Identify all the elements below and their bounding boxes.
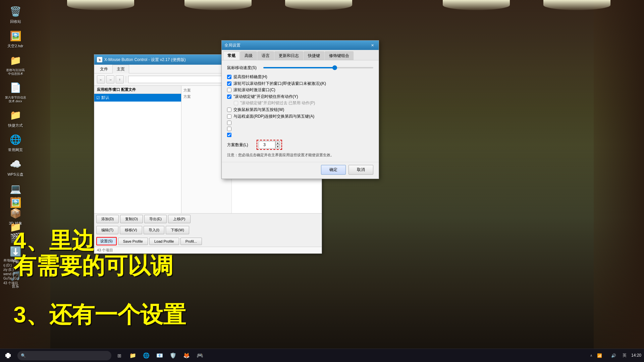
app-icon: 🖱: [97, 57, 102, 62]
dialog-tab-advanced[interactable]: 高级: [240, 51, 257, 60]
desktop-icon-learn[interactable]: 📁 道德与法治/高中信息技术: [3, 52, 28, 77]
nav-back-button[interactable]: ←: [97, 75, 105, 83]
spin-down-button[interactable]: ▼: [275, 145, 280, 148]
swap-45-label[interactable]: 交换鼠标第四与第五按钮(W): [233, 107, 284, 113]
pics-label: 图片: [12, 210, 19, 215]
load-profile-button[interactable]: Load Profile: [149, 238, 179, 245]
ceiling-light-5: [543, 0, 610, 10]
desktop-icon-docx[interactable]: 📄 第六章节目信息技术.docx: [3, 80, 28, 105]
recycle-icon: 🗑️: [9, 5, 22, 18]
search-icon: 🔍: [21, 353, 26, 358]
input-lang-button[interactable]: 英: [621, 353, 628, 358]
dialog-title: 全局设置: [224, 43, 369, 48]
checkbox-9-input[interactable]: [227, 127, 231, 131]
slider-thumb[interactable]: [332, 65, 337, 70]
file-item-default[interactable]: ☑ 默认: [94, 94, 181, 102]
start-button[interactable]: [0, 349, 16, 362]
cancel-button[interactable]: 取消: [348, 165, 373, 175]
precision-checkbox[interactable]: [227, 75, 231, 79]
ceiling-light-1: [67, 0, 134, 10]
down-button[interactable]: 下移(W): [166, 226, 189, 234]
dialog-tab-shortcuts[interactable]: 快捷键: [304, 51, 324, 60]
copy-button[interactable]: 复制(O): [120, 215, 143, 223]
pics-icon: 🖼️: [9, 196, 22, 209]
item-count: 43 个项目: [3, 281, 19, 286]
settings-dialog: 全局设置 ✕ 常规 高级 语言 更新和日志 快捷键 修饰键组合 鼠标移动速度(S…: [221, 40, 379, 179]
ceiling-light-4: [443, 0, 510, 10]
move-button[interactable]: 移移(V): [120, 226, 142, 234]
checkbox-swap-45: 交换鼠标第四与第五按钮(W): [227, 107, 373, 113]
taskbar-mail-button[interactable]: 📧: [153, 349, 166, 362]
sound-button[interactable]: 🔊: [607, 349, 621, 362]
network-button[interactable]: 📶: [593, 349, 606, 362]
dialog-titlebar[interactable]: 全局设置 ✕: [222, 41, 379, 50]
export-button[interactable]: 导出(E): [144, 215, 167, 223]
taskbar-defender-button[interactable]: 🛡️: [166, 349, 180, 362]
nav-up-button[interactable]: ↑: [116, 75, 124, 83]
profiles-count-box: ▲ ▼: [257, 140, 282, 150]
settings-button[interactable]: 设置(S): [96, 237, 117, 245]
taskbar-right: ∧ 📶 🔊 英 14:20: [588, 349, 644, 362]
desktop-icon-common-web[interactable]: 🌐 常用网页: [3, 132, 28, 154]
nav-forward-button[interactable]: →: [106, 75, 114, 83]
rdp-45-label[interactable]: 与远程桌面(RDP)连接时交换第四与第五键(A): [233, 114, 314, 119]
slider-container[interactable]: [263, 64, 373, 71]
bottom-buttons-row3: 设置(S) Save Profile Load Profile Profil..…: [94, 236, 322, 247]
edit-button[interactable]: 编辑(T): [96, 226, 118, 234]
checkbox-10-input[interactable]: [227, 133, 231, 137]
clock-time: 14:20: [631, 353, 641, 358]
precision-label[interactable]: 提高指针精确度(H): [233, 74, 267, 80]
desktop-icon-pics[interactable]: 🖼️ 图片: [3, 194, 28, 216]
dialog-tab-general[interactable]: 常规: [223, 51, 240, 60]
profiles-count-input[interactable]: [259, 141, 275, 148]
up-button[interactable]: 上移(P): [168, 215, 191, 223]
scroll-lock-label[interactable]: "滚动锁定键"开启时锁住所有动作(Y): [233, 94, 298, 100]
taskbar-firefox-button[interactable]: 🦊: [180, 349, 193, 362]
taskbar-clock[interactable]: 14:20: [631, 353, 641, 358]
ceiling-light-3: [285, 0, 352, 10]
desktop-icon-docs2[interactable]: 📁 文档: [3, 219, 28, 241]
dialog-tab-language[interactable]: 语言: [257, 51, 274, 60]
slider-label: 鼠标移动速度(S): [227, 65, 261, 71]
taskbar-edge-button[interactable]: 🌐: [140, 349, 153, 362]
profile-button[interactable]: Profil...: [180, 238, 202, 245]
file-list[interactable]: ☑ 默认: [94, 94, 181, 213]
scroll-lock-checkbox[interactable]: [227, 95, 231, 99]
slider-track: [263, 67, 373, 68]
scroll-inactive-checkbox[interactable]: [227, 81, 231, 86]
scroll-lock-disabled-checkbox: [234, 101, 238, 105]
taskbar-search[interactable]: 🔍: [17, 351, 111, 360]
ok-button[interactable]: 确定: [321, 165, 346, 175]
swap-45-checkbox[interactable]: [227, 108, 231, 112]
task-view-button[interactable]: ⊞: [113, 349, 126, 362]
systray-expand-button[interactable]: ∧: [590, 354, 592, 357]
taskbar-explorer-button[interactable]: 📁: [126, 349, 140, 362]
dialog-close-button[interactable]: ✕: [369, 42, 376, 48]
tab-file[interactable]: 文件: [96, 65, 112, 73]
spin-up-button[interactable]: ▲: [275, 141, 280, 145]
dialog-tab-modifiers[interactable]: 修饰键组合: [325, 51, 354, 60]
desktop-icon-recycle[interactable]: 🗑️ 回收站: [3, 3, 28, 25]
game-icon: 🎮: [197, 352, 203, 359]
scroll-inactive-label[interactable]: 滚轮可以滚动指针下的窗口(即使该窗口未被激活)(K): [233, 81, 326, 86]
dialog-tab-updates[interactable]: 更新和日志: [274, 51, 303, 60]
checkbox-8-input[interactable]: [227, 121, 231, 125]
checkbox-9: [227, 126, 373, 131]
checkbox-scroll-activate: 滚轮滚动时激活窗口(C): [227, 87, 373, 93]
profiles-count-label: 方案数量(L): [227, 142, 254, 148]
add-button[interactable]: 添加(D): [96, 215, 119, 223]
scroll-activate-checkbox[interactable]: [227, 88, 231, 92]
checkbox-scroll-lock: "滚动锁定键"开启时锁住所有动作(Y): [227, 94, 373, 100]
desktop-icon-wps[interactable]: ☁️ WPS云盘: [3, 156, 28, 178]
docx-icon: 📄: [9, 81, 22, 95]
checkbox-10: [227, 132, 373, 137]
tab-home[interactable]: 主页: [112, 65, 129, 73]
desktop-icon-hdr[interactable]: 🖼️ 天空2.hdr: [3, 28, 28, 50]
drive-rj: rj (D:): [3, 263, 19, 267]
taskbar-game-button[interactable]: 🎮: [193, 349, 207, 362]
scroll-activate-label[interactable]: 滚轮滚动时激活窗口(C): [233, 87, 275, 93]
rdp-45-checkbox[interactable]: [227, 114, 231, 119]
import-button[interactable]: 导入(I): [144, 226, 164, 234]
desktop-icon-shortcut[interactable]: 📁 快捷方式: [3, 107, 28, 129]
save-profile-button[interactable]: Save Profile: [118, 238, 148, 245]
